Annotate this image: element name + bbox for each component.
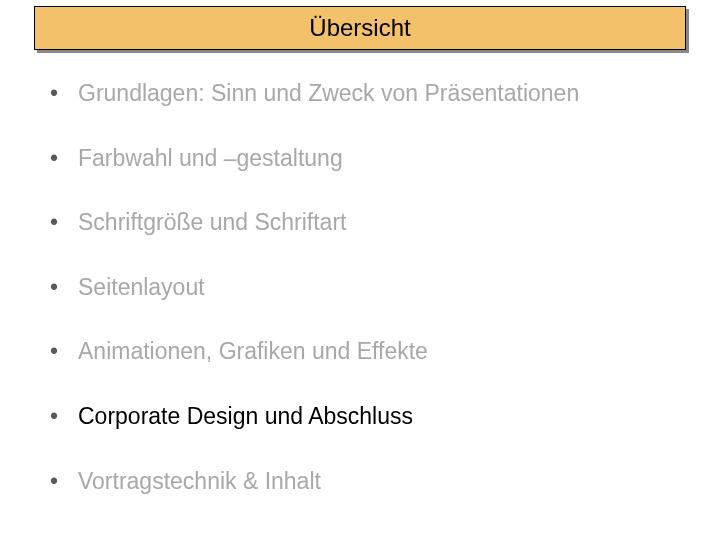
list-item: • Schriftgröße und Schriftart	[50, 209, 670, 237]
list-item: • Corporate Design und Abschluss	[50, 403, 670, 431]
bullet-text: Corporate Design und Abschluss	[78, 403, 670, 431]
bullet-icon: •	[50, 80, 78, 108]
bullet-text: Vortragstechnik & Inhalt	[78, 468, 670, 496]
bullet-icon: •	[50, 468, 78, 496]
list-item: • Seitenlayout	[50, 274, 670, 302]
bullet-icon: •	[50, 145, 78, 173]
slide-title: Übersicht	[309, 14, 410, 42]
bullet-icon: •	[50, 338, 78, 366]
slide: Übersicht • Grundlagen: Sinn und Zweck v…	[0, 0, 720, 540]
bullet-text: Schriftgröße und Schriftart	[78, 209, 670, 237]
bullet-icon: •	[50, 403, 78, 431]
list-item: • Farbwahl und –gestaltung	[50, 145, 670, 173]
bullet-text: Animationen, Grafiken und Effekte	[78, 338, 670, 366]
list-item: • Grundlagen: Sinn und Zweck von Präsent…	[50, 80, 670, 108]
bullet-text: Seitenlayout	[78, 274, 670, 302]
title-container: Übersicht	[34, 6, 686, 50]
bullet-list: • Grundlagen: Sinn und Zweck von Präsent…	[50, 80, 670, 532]
list-item: • Vortragstechnik & Inhalt	[50, 468, 670, 496]
bullet-icon: •	[50, 274, 78, 302]
title-box: Übersicht	[34, 6, 686, 50]
list-item: • Animationen, Grafiken und Effekte	[50, 338, 670, 366]
bullet-text: Farbwahl und –gestaltung	[78, 145, 670, 173]
bullet-text: Grundlagen: Sinn und Zweck von Präsentat…	[78, 80, 670, 108]
bullet-icon: •	[50, 209, 78, 237]
